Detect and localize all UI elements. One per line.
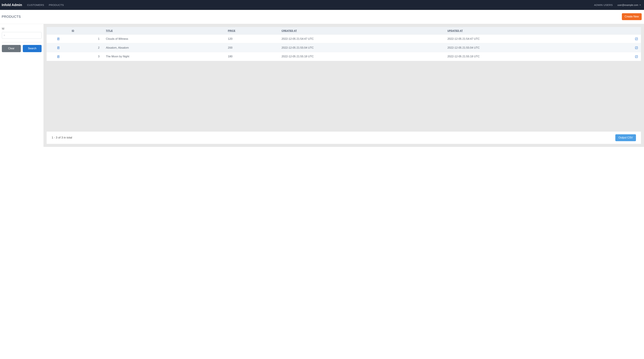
main-content: ID TITLE PRICE CREATED AT UPDATED AT 1Cl… bbox=[44, 24, 644, 147]
pagination-range: 1 - 3 of 3 in total bbox=[52, 136, 72, 139]
cell-created-at: 2022-12-05 21:55:18 UTC bbox=[280, 52, 446, 61]
cell-price: 200 bbox=[226, 43, 280, 52]
chevron-down-icon bbox=[639, 4, 641, 6]
cell-id: 1 bbox=[70, 34, 104, 43]
edit-icon[interactable] bbox=[635, 37, 638, 40]
sidebar-buttons: Clear Search bbox=[2, 45, 42, 52]
products-table: ID TITLE PRICE CREATED AT UPDATED AT 1Cl… bbox=[46, 27, 641, 61]
nav-links: CUSTOMERS PRODUCTS bbox=[25, 2, 66, 8]
col-header-edit bbox=[612, 27, 641, 34]
search-button[interactable]: Search bbox=[23, 45, 42, 52]
create-new-button[interactable]: Create New bbox=[622, 13, 642, 20]
document-icon[interactable] bbox=[57, 55, 60, 58]
table-row: 3The Moon by Night1802022-12-05 21:55:18… bbox=[46, 52, 641, 61]
cell-created-at: 2022-12-05 21:54:47 UTC bbox=[280, 34, 446, 43]
nav-products[interactable]: PRODUCTS bbox=[47, 2, 66, 8]
page-title: PRODUCTS bbox=[2, 15, 21, 18]
document-icon[interactable] bbox=[57, 46, 60, 49]
nav-right: ADMIN USERS user@example.com bbox=[592, 2, 642, 8]
id-filter-input[interactable] bbox=[2, 32, 42, 39]
nav-admin-users[interactable]: ADMIN USERS bbox=[592, 2, 615, 8]
cell-title: Absalom, Absalom bbox=[104, 43, 226, 52]
cell-price: 120 bbox=[226, 34, 280, 43]
table-empty-space bbox=[46, 61, 641, 132]
user-email-label: user@example.com bbox=[617, 4, 638, 6]
edit-icon[interactable] bbox=[635, 46, 638, 49]
user-menu[interactable]: user@example.com bbox=[615, 2, 642, 8]
col-header-view bbox=[46, 27, 70, 34]
cell-updated-at: 2022-12-05 21:54:47 UTC bbox=[446, 34, 612, 43]
top-navbar: Infold Admin CUSTOMERS PRODUCTS ADMIN US… bbox=[0, 0, 644, 10]
output-csv-button[interactable]: Output CSV bbox=[615, 134, 636, 141]
cell-title: The Moon by Night bbox=[104, 52, 226, 61]
col-header-created-at[interactable]: CREATED AT bbox=[280, 27, 446, 34]
table-row: 1Clouds of Witness1202022-12-05 21:54:47… bbox=[46, 34, 641, 43]
brand-label[interactable]: Infold Admin bbox=[2, 3, 22, 7]
cell-price: 180 bbox=[226, 52, 280, 61]
col-header-price[interactable]: PRICE bbox=[226, 27, 280, 34]
cell-id: 3 bbox=[70, 52, 104, 61]
col-header-title[interactable]: TITLE bbox=[104, 27, 226, 34]
sidebar-divider bbox=[2, 42, 42, 42]
document-icon[interactable] bbox=[57, 37, 60, 40]
col-header-id[interactable]: ID bbox=[70, 27, 104, 34]
subheader: PRODUCTS Create New bbox=[0, 10, 644, 24]
col-header-updated-at[interactable]: UPDATED AT bbox=[446, 27, 612, 34]
cell-created-at: 2022-12-05 21:55:04 UTC bbox=[280, 43, 446, 52]
table-footer: 1 - 3 of 3 in total Output CSV bbox=[46, 132, 641, 144]
nav-customers[interactable]: CUSTOMERS bbox=[25, 2, 46, 8]
cell-id: 2 bbox=[70, 43, 104, 52]
edit-icon[interactable] bbox=[635, 55, 638, 58]
id-filter-label: Id bbox=[2, 27, 42, 30]
clear-button[interactable]: Clear bbox=[2, 45, 21, 52]
cell-updated-at: 2022-12-05 21:55:04 UTC bbox=[446, 43, 612, 52]
filter-sidebar: Id Clear Search bbox=[0, 24, 44, 147]
cell-title: Clouds of Witness bbox=[104, 34, 226, 43]
table-row: 2Absalom, Absalom2002022-12-05 21:55:04 … bbox=[46, 43, 641, 52]
cell-updated-at: 2022-12-05 21:55:18 UTC bbox=[446, 52, 612, 61]
